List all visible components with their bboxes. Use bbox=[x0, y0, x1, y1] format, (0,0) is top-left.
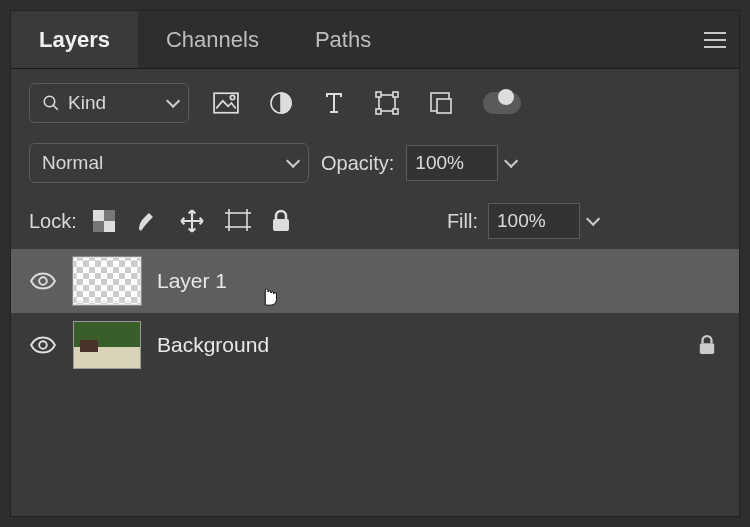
panel-tabbar: Layers Channels Paths bbox=[11, 11, 739, 69]
svg-rect-9 bbox=[393, 109, 398, 114]
kind-label: Kind bbox=[68, 92, 106, 114]
lock-position-icon[interactable] bbox=[179, 208, 205, 234]
filter-shape-icon[interactable] bbox=[375, 91, 399, 115]
svg-point-27 bbox=[39, 341, 47, 349]
layer-filter-icons bbox=[213, 91, 521, 115]
opacity-label: Opacity: bbox=[321, 152, 394, 175]
opacity-value: 100% bbox=[415, 152, 464, 174]
layer-name[interactable]: Background bbox=[157, 333, 677, 357]
filter-type-icon[interactable] bbox=[323, 91, 345, 115]
tab-layers[interactable]: Layers bbox=[11, 11, 138, 68]
fill-input[interactable]: 100% bbox=[488, 203, 580, 239]
chevron-down-icon bbox=[286, 154, 300, 168]
svg-rect-11 bbox=[437, 99, 451, 113]
lock-transparent-icon[interactable] bbox=[93, 210, 115, 232]
chevron-down-icon[interactable] bbox=[504, 154, 518, 168]
eye-icon bbox=[30, 336, 56, 354]
fill-value: 100% bbox=[497, 210, 546, 232]
layer-filter-toggle[interactable] bbox=[483, 92, 521, 114]
visibility-toggle[interactable] bbox=[29, 336, 57, 354]
visibility-toggle[interactable] bbox=[29, 272, 57, 290]
filter-smartobject-icon[interactable] bbox=[429, 91, 453, 115]
lock-label: Lock: bbox=[29, 210, 77, 233]
lock-all-icon[interactable] bbox=[271, 209, 291, 233]
chevron-down-icon[interactable] bbox=[586, 212, 600, 226]
layer-row[interactable]: Layer 1 bbox=[11, 249, 739, 313]
svg-rect-8 bbox=[376, 109, 381, 114]
layer-filter-kind-dropdown[interactable]: Kind bbox=[29, 83, 189, 123]
layers-panel: Layers Channels Paths Kind Normal O bbox=[10, 10, 740, 517]
svg-rect-6 bbox=[376, 92, 381, 97]
search-icon bbox=[42, 94, 60, 112]
svg-rect-13 bbox=[104, 221, 115, 232]
blend-row: Normal Opacity: 100% bbox=[11, 137, 739, 189]
svg-rect-25 bbox=[273, 219, 289, 231]
svg-line-1 bbox=[53, 105, 58, 110]
opacity-input[interactable]: 100% bbox=[406, 145, 498, 181]
blend-mode-dropdown[interactable]: Normal bbox=[29, 143, 309, 183]
tab-channels[interactable]: Channels bbox=[138, 11, 287, 68]
svg-rect-28 bbox=[700, 343, 714, 354]
svg-point-3 bbox=[230, 95, 234, 99]
chevron-down-icon bbox=[166, 94, 180, 108]
svg-rect-12 bbox=[93, 210, 104, 221]
fill-label: Fill: bbox=[447, 210, 478, 233]
layer-locked-icon[interactable] bbox=[693, 334, 721, 356]
svg-rect-14 bbox=[104, 210, 115, 221]
lock-row: Lock: Fill: 100% bbox=[11, 189, 739, 249]
layer-name[interactable]: Layer 1 bbox=[157, 269, 721, 293]
filter-adjustment-icon[interactable] bbox=[269, 91, 293, 115]
eye-icon bbox=[30, 272, 56, 290]
layer-row[interactable]: Background bbox=[11, 313, 739, 377]
svg-rect-15 bbox=[93, 221, 104, 232]
lock-artboard-icon[interactable] bbox=[225, 209, 251, 233]
panel-menu-icon[interactable] bbox=[691, 39, 739, 41]
blend-mode-value: Normal bbox=[42, 152, 103, 174]
layer-filter-row: Kind bbox=[11, 69, 739, 137]
svg-point-26 bbox=[39, 277, 47, 285]
lock-image-icon[interactable] bbox=[135, 209, 159, 233]
svg-point-0 bbox=[44, 96, 55, 107]
tab-paths[interactable]: Paths bbox=[287, 11, 399, 68]
layer-thumbnail[interactable] bbox=[73, 321, 141, 369]
svg-rect-16 bbox=[229, 213, 247, 227]
filter-pixel-icon[interactable] bbox=[213, 92, 239, 114]
layer-thumbnail[interactable] bbox=[73, 257, 141, 305]
svg-rect-7 bbox=[393, 92, 398, 97]
